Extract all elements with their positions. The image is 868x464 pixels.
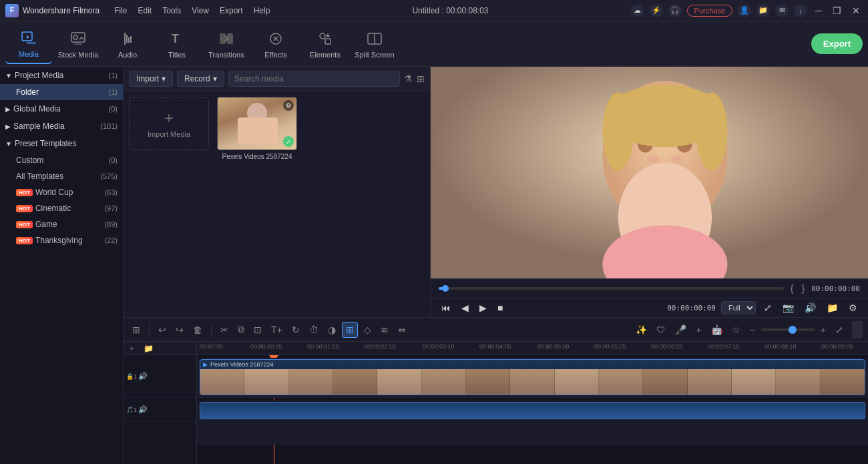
export-button[interactable]: Export [811,33,863,54]
search-input[interactable] [228,71,400,87]
music-track[interactable] [197,421,868,445]
folder-track-button[interactable]: 📁 [140,342,157,355]
headset-icon[interactable]: 🎧 [668,4,682,17]
import-media-placeholder[interactable]: + Import Media [129,97,209,150]
color-button[interactable]: ◑ [324,322,339,337]
thumb-settings-icon[interactable]: ⚙ [283,100,294,111]
audio-mute-button[interactable]: 🔊 [138,405,148,414]
undo-button[interactable]: ↩ [155,322,170,337]
global-media-count: (0) [109,105,118,113]
stop-button[interactable]: ■ [495,301,505,314]
menu-export[interactable]: Export [220,6,243,15]
zoom-out-button[interactable]: − [746,322,758,337]
sidebar-item-cinematic[interactable]: HOT Cinematic (97) [0,200,123,216]
track-mute-button[interactable]: 🔊 [138,372,148,381]
shield-button[interactable]: 🛡 [653,322,669,337]
add-media-button[interactable]: + [126,342,138,355]
menu-view[interactable]: View [192,6,209,15]
toolbar-media[interactable]: Media [5,24,52,64]
resolution-select[interactable]: Full [721,301,756,314]
minimize-button[interactable]: ─ [813,5,825,16]
sidebar-section-global-media[interactable]: ▶ Global Media (0) [0,100,123,118]
toolbar-effects[interactable]: Effects [252,24,299,64]
lightning-icon[interactable]: ⚡ [650,4,663,17]
purchase-button[interactable]: Purchase [687,5,732,17]
rewind-button[interactable]: ⏮ [439,301,453,314]
bracket-start-icon[interactable]: { [789,283,795,294]
fullscreen-button[interactable]: ⤢ [761,301,775,314]
toolbar-transitions[interactable]: Transitions [203,24,250,64]
sidebar-item-world-cup[interactable]: HOT World Cup (63) [0,184,123,200]
sidebar-item-folder[interactable]: Folder (1) [0,84,123,100]
zoom-in-button[interactable]: + [817,322,829,337]
sidebar-item-custom[interactable]: Custom (0) [0,152,123,168]
crop-button[interactable]: ⊡ [250,322,265,337]
menu-edit[interactable]: Edit [138,6,152,15]
back-frame-button[interactable]: ◀ [459,301,471,314]
mail-icon[interactable]: ✉ [775,4,789,17]
cut-button[interactable]: ✂ [217,322,232,337]
add-track-button[interactable]: + [692,322,704,337]
screenshot-button[interactable]: 📷 [780,301,797,314]
grid-icon[interactable]: ⊞ [417,73,425,84]
progress-bar[interactable] [439,287,784,290]
menu-tools[interactable]: Tools [162,6,181,15]
mic-button[interactable]: 🎤 [672,322,690,337]
auto-enhance-button[interactable]: ✨ [632,322,650,337]
frame-4 [377,369,421,395]
audio-mixer-button[interactable]: ≋ [377,322,392,337]
play-button[interactable]: ▶ [477,301,489,314]
text-button[interactable]: T+ [268,322,286,337]
sidebar-item-thanksgiving[interactable]: HOT Thanksgiving (22) [0,232,123,248]
zoom-slider[interactable] [761,328,815,331]
separate-button[interactable]: ⇔ [395,322,409,337]
copy-button[interactable]: ⧉ [234,322,248,337]
video-track[interactable]: ▶ Pexels Videos 2587224 [197,358,868,398]
sidebar-section-project-media[interactable]: ▼ Project Media (1) [0,67,123,84]
sidebar-item-all-templates[interactable]: All Templates (575) [0,168,123,184]
toolbar-stock-media[interactable]: Stock Media [55,24,101,64]
menu-file[interactable]: File [114,6,127,15]
settings-preview-button[interactable]: ⚙ [846,301,860,314]
media-toolbar: Import ▾ Record ▾ ⚗ ⊞ [124,67,430,91]
toolbar-split-screen[interactable]: Split Screen [351,24,398,64]
cloud-icon[interactable]: ☁ [631,4,644,17]
sidebar-section-sample-media[interactable]: ▶ Sample Media (101) [0,118,123,135]
sidebar-section-preset-templates[interactable]: ▼ Preset Templates [0,135,123,152]
sidebar-item-game[interactable]: HOT Game (89) [0,216,123,232]
toolbar-audio[interactable]: Audio [104,24,151,64]
save-frame-button[interactable]: 📁 [824,301,841,314]
progress-handle[interactable] [442,285,449,292]
menu-help[interactable]: Help [254,6,270,15]
toolbar-elements[interactable]: Elements [302,24,349,64]
mask-button[interactable]: ◇ [361,322,375,337]
redo-button[interactable]: ↪ [172,322,187,337]
bracket-end-icon[interactable]: } [800,283,806,294]
zoom-fit-button[interactable]: ⊞ [342,322,358,338]
video-clip[interactable]: ▶ Pexels Videos 2587224 [200,359,865,395]
ai-button[interactable]: 🤖 [708,322,726,337]
record-button[interactable]: Record ▾ [177,71,224,87]
sticker-button[interactable]: ☆ [728,322,744,337]
scenes-button[interactable]: ⊞ [129,322,144,337]
audio-track[interactable] [197,401,868,421]
close-button[interactable]: ✕ [849,5,863,16]
maximize-button[interactable]: ❐ [830,5,844,16]
download-icon[interactable]: ↓ [794,4,807,17]
speed-button[interactable]: ⏱ [306,322,322,337]
folder-icon[interactable]: 📁 [756,4,770,17]
timeline-ruler[interactable]: 00:00:00 00:00:00:25 00:00:01:20 00:00:0… [197,342,868,355]
audio-clip[interactable] [200,402,865,419]
svg-text:T: T [172,32,179,45]
import-button[interactable]: Import ▾ [129,71,173,87]
volume-button[interactable]: 🔊 [802,301,819,314]
track-number: 🔒1 [126,373,137,380]
user-icon[interactable]: 👤 [738,4,751,17]
expand-button[interactable]: ⤢ [832,322,847,337]
delete-button[interactable]: 🗑 [190,322,206,337]
rotate-button[interactable]: ↻ [288,322,303,337]
toolbar-titles[interactable]: T Titles [154,24,200,64]
media-item-pexels[interactable]: ⚙ ✓ Pexels Videos 2587224 [217,97,297,160]
filter-icon[interactable]: ⚗ [404,73,413,84]
track-controls: + 📁 🔒1 🔊 🎵1 🔊 [124,342,197,464]
